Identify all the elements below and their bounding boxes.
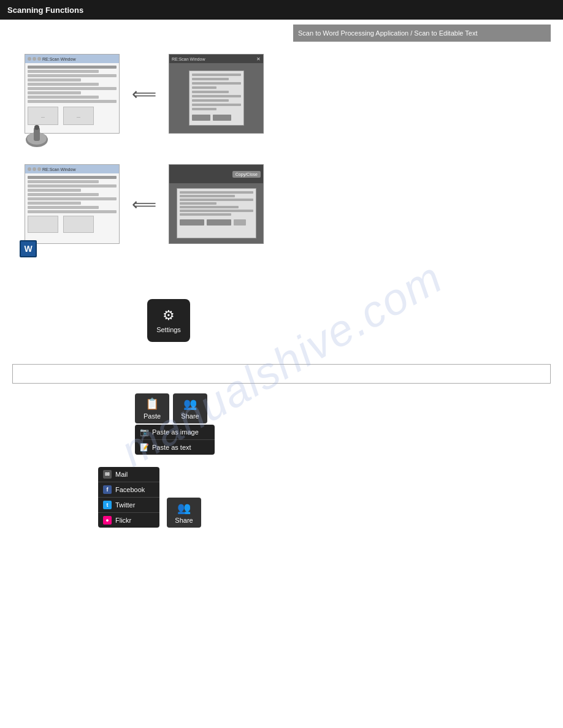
scan-line — [192, 86, 216, 89]
scan-line — [192, 78, 229, 80]
sub-header: Scan to Word Processing Application / Sc… — [293, 25, 551, 42]
mock-line — [28, 180, 99, 183]
footer-element — [63, 216, 94, 233]
mock-line — [28, 176, 117, 179]
mock-line — [28, 91, 81, 94]
scan-line — [192, 91, 229, 93]
paste-icon: 📋 — [145, 397, 159, 411]
settings-button[interactable]: ⚙ Settings — [147, 299, 190, 342]
titlebar-dot — [33, 167, 36, 171]
paste-label: Paste — [144, 412, 161, 420]
scan-line — [180, 191, 253, 194]
scan-titlebar-2: Copy/Close — [169, 165, 263, 183]
footer-element: ... — [63, 107, 94, 125]
paste-as-image-item[interactable]: 📷 Paste as image — [135, 425, 215, 440]
scan-window-2: Copy/Close — [169, 164, 264, 244]
scan-btn — [207, 219, 231, 226]
share-label-social: Share — [175, 517, 193, 524]
mail-item[interactable]: ✉ Mail — [98, 467, 159, 482]
paste-share-top: 📋 Paste 👥 Share — [135, 393, 563, 423]
flickr-label: Flickr — [115, 517, 131, 524]
scan-titlebar-1: RE:Scan Window ✕ — [169, 55, 263, 63]
share-label-top: Share — [181, 412, 199, 420]
mock-line — [28, 189, 81, 192]
titlebar-dot — [28, 57, 31, 61]
scan-line — [180, 202, 216, 205]
scan-line — [192, 104, 241, 106]
flickr-icon: ● — [103, 516, 112, 525]
scan-title-text-1: RE:Scan Window — [172, 57, 205, 61]
app-window-2: RE:Scan Window W — [25, 164, 120, 244]
share-button-top[interactable]: 👥 Share — [173, 393, 207, 423]
flickr-item[interactable]: ● Flickr — [98, 513, 159, 528]
scan-line — [192, 95, 241, 97]
mock-line — [28, 184, 117, 188]
footer-element — [28, 216, 58, 233]
scanner-icon-1 — [21, 121, 52, 152]
left-app-window-2: RE:Scan Window — [25, 164, 120, 244]
mock-line — [28, 70, 99, 73]
facebook-label: Facebook — [115, 486, 145, 493]
facebook-item[interactable]: f Facebook — [98, 482, 159, 498]
diagram-row-2: RE:Scan Window W ⟸ — [0, 164, 563, 244]
header-bar: Scanning Functions — [0, 0, 563, 20]
scan-body-1 — [169, 63, 263, 133]
word-icon-graphic: W — [20, 240, 37, 257]
mock-line — [28, 87, 117, 90]
share-icon-top: 👥 — [183, 397, 197, 411]
paste-as-text-label: Paste as text — [152, 444, 191, 451]
paste-as-text-item[interactable]: 📝 Paste as text — [135, 440, 215, 455]
word-icon: W — [20, 240, 37, 257]
gear-icon: ⚙ — [163, 308, 175, 324]
titlebar-dot — [33, 57, 36, 61]
share-button-social[interactable]: 👥 Share — [167, 498, 201, 528]
sub-header-text: Scan to Word Processing Application / Sc… — [298, 29, 477, 37]
mock-line — [28, 193, 99, 196]
titlebar-dot — [37, 57, 41, 61]
separator-box — [12, 364, 551, 384]
scan-line — [192, 108, 216, 110]
facebook-icon: f — [103, 485, 112, 494]
scan-line — [180, 199, 253, 201]
twitter-item[interactable]: t Twitter — [98, 498, 159, 513]
social-menu: ✉ Mail f Facebook t Twitter ● Flickr — [98, 467, 159, 528]
app-titlebar-1: RE:Scan Window — [25, 55, 119, 63]
scan-line — [180, 195, 235, 197]
scan-preview-1 — [189, 70, 244, 126]
twitter-label: Twitter — [115, 501, 135, 509]
mock-line — [28, 210, 117, 213]
scan-btn — [180, 219, 204, 226]
mock-line — [28, 206, 99, 209]
paste-share-section: 📋 Paste 👥 Share 📷 Paste as image 📝 Paste… — [135, 393, 563, 455]
copy-close-btn[interactable]: Copy/Close — [232, 171, 261, 178]
app-body-2 — [25, 173, 119, 243]
app-window-1: RE:Scan Window ... ... — [25, 54, 120, 134]
mock-line — [28, 74, 117, 77]
app-titlebar-2: RE:Scan Window — [25, 165, 119, 173]
top-section: Scan to Word Processing Application / Sc… — [0, 20, 563, 42]
scan-close-1: ✕ — [256, 56, 261, 62]
settings-section: ⚙ Settings — [74, 275, 563, 354]
scan-btn — [234, 219, 246, 226]
paste-text-icon: 📝 — [140, 443, 148, 452]
scan-preview-2 — [177, 188, 256, 238]
mock-line — [28, 66, 117, 69]
mock-line — [28, 202, 81, 205]
scan-window-1: RE:Scan Window ✕ — [169, 54, 264, 134]
app-title-text-2: RE:Scan Window — [42, 167, 75, 172]
settings-label: Settings — [156, 326, 181, 333]
diagram-row-1: RE:Scan Window ... ... — [0, 54, 563, 134]
mail-icon: ✉ — [103, 470, 112, 479]
app-title-text-1: RE:Scan Window — [42, 57, 75, 61]
mock-line — [28, 197, 117, 200]
arrow-2: ⟸ — [132, 194, 156, 214]
scan-btn — [213, 115, 231, 121]
mock-line — [28, 78, 81, 82]
mock-line — [28, 83, 99, 86]
scan-body-2 — [169, 183, 263, 243]
social-share-section: ✉ Mail f Facebook t Twitter ● Flickr 👥 S… — [98, 467, 563, 528]
paste-button[interactable]: 📋 Paste — [135, 393, 169, 423]
scan-line — [180, 210, 253, 212]
header-title: Scanning Functions — [7, 6, 83, 15]
mail-label: Mail — [115, 471, 128, 478]
